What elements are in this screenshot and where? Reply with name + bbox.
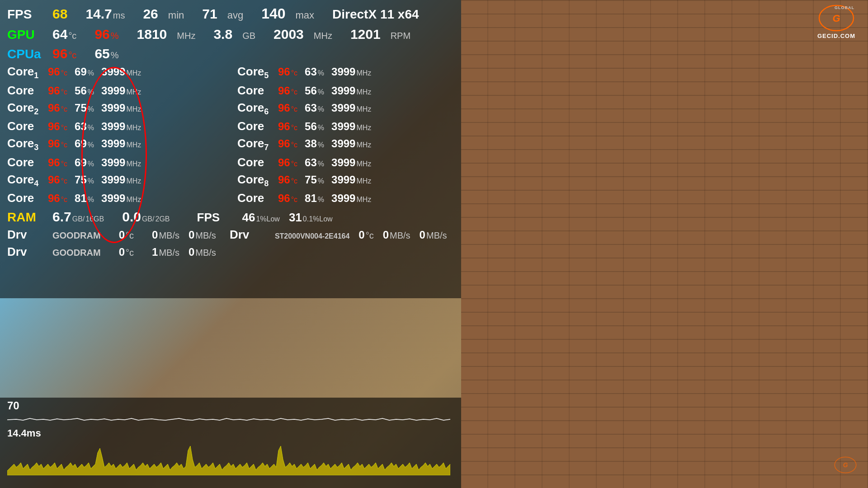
fps-min-unit: min bbox=[168, 9, 184, 22]
core-left-load-6: 75 bbox=[75, 173, 87, 187]
core-left-load-unit-5: % bbox=[88, 160, 94, 169]
core-right-mhz-2: 3999 bbox=[331, 101, 355, 115]
core-left-temp-unit-3: °c bbox=[61, 123, 67, 133]
core-left-load-4: 69 bbox=[75, 136, 87, 150]
cores-right: Core5 96 °c 63 % 3999 MHz Core 96 °c 56 … bbox=[237, 63, 454, 207]
core-right-name-5: Core bbox=[237, 155, 274, 170]
core-right-temp-7: 96 bbox=[278, 191, 290, 205]
core-right-name-7: Core bbox=[237, 191, 274, 206]
core-left-mhz-unit-0: MHz bbox=[126, 69, 141, 78]
fps-avg-value: 71 bbox=[202, 5, 217, 23]
core-right-load-5: 63 bbox=[305, 155, 317, 169]
ram-used2: 0.0 bbox=[122, 208, 141, 225]
core-right-load-unit-6: % bbox=[318, 177, 324, 186]
drive1-temp: 0 bbox=[119, 228, 125, 242]
drive2-temp: 0 bbox=[119, 245, 125, 259]
core-left-temp-unit-6: °c bbox=[61, 177, 67, 186]
core-right-mhz-1: 3999 bbox=[331, 84, 355, 98]
stats-overlay: FPS 68 14.7 ms 26 min 71 avg 140 max Dir… bbox=[0, 0, 461, 298]
core-left-load-7: 81 bbox=[75, 191, 87, 205]
gpu-mem-clock: 2003 bbox=[274, 25, 304, 43]
drive-right-label: Drv bbox=[230, 227, 266, 243]
core-right-name-4: Core7 bbox=[237, 136, 274, 153]
core-right-load-unit-1: % bbox=[318, 88, 324, 97]
core-left-1: Core 96 °c 56 % 3999 MHz bbox=[7, 82, 224, 99]
core-left-name-4: Core3 bbox=[7, 136, 43, 153]
drive1-row: Drv GOODRAM 0 °c 0 MB/s 0 MB/s Drv ST200… bbox=[7, 226, 454, 244]
core-left-mhz-unit-4: MHz bbox=[126, 141, 141, 150]
core-right-temp-unit-6: °c bbox=[291, 177, 297, 186]
core-left-name-5: Core bbox=[7, 155, 43, 170]
gpu-temp-unit: °c bbox=[68, 30, 76, 42]
core-left-mhz-7: 3999 bbox=[101, 191, 125, 205]
cores-left: Core1 96 °c 69 % 3999 MHz Core 96 °c 56 … bbox=[7, 63, 224, 207]
drive1-temp-unit: °c bbox=[126, 230, 134, 241]
gecid-logo-bottomright: G bbox=[827, 456, 863, 483]
core-right-0: Core5 96 °c 63 % 3999 MHz bbox=[237, 63, 454, 82]
core-left-load-unit-3: % bbox=[88, 123, 94, 133]
fps-line-label: 70 bbox=[7, 399, 19, 412]
core-left-mhz-unit-5: MHz bbox=[126, 160, 141, 169]
core-right-mhz-unit-0: MHz bbox=[356, 69, 371, 78]
core-left-temp-7: 96 bbox=[48, 191, 60, 205]
svg-text:G: G bbox=[843, 462, 848, 469]
drive1-mb1-unit: MB/s bbox=[159, 230, 179, 241]
core-left-2: Core2 96 °c 75 % 3999 MHz bbox=[7, 99, 224, 118]
core-right-1: Core 96 °c 56 % 3999 MHz bbox=[237, 82, 454, 99]
core-left-4: Core3 96 °c 69 % 3999 MHz bbox=[7, 135, 224, 154]
ram-used: 6.7 bbox=[52, 208, 71, 225]
ram-row: RAM 6.7 GB/16GB 0.0 GB/2GB FPS 46 1%Low … bbox=[7, 207, 454, 226]
core-left-load-unit-7: % bbox=[88, 195, 94, 205]
core-left-load-unit-2: % bbox=[88, 105, 94, 114]
core-right-temp-0: 96 bbox=[278, 65, 290, 79]
core-right-temp-unit-1: °c bbox=[291, 88, 297, 97]
brick-wall bbox=[461, 0, 868, 488]
core-right-3: Core 96 °c 56 % 3999 MHz bbox=[237, 118, 454, 135]
gecid-logo-topright: G GLOBAL GECID.COM bbox=[809, 5, 863, 41]
core-right-temp-1: 96 bbox=[278, 84, 290, 98]
core-right-temp-unit-5: °c bbox=[291, 160, 297, 169]
core-right-load-6: 75 bbox=[305, 173, 317, 187]
core-left-temp-4: 96 bbox=[48, 136, 60, 150]
core-left-0: Core1 96 °c 69 % 3999 MHz bbox=[7, 63, 224, 82]
core-right-temp-unit-4: °c bbox=[291, 141, 297, 150]
fps-1pct: 46 bbox=[242, 210, 255, 225]
core-right-mhz-unit-7: MHz bbox=[356, 195, 371, 205]
core-right-mhz-unit-3: MHz bbox=[356, 123, 371, 133]
fps-label: FPS bbox=[7, 6, 43, 23]
core-right-mhz-7: 3999 bbox=[331, 191, 355, 205]
core-right-load-0: 63 bbox=[305, 65, 317, 79]
core-right-6: Core8 96 °c 75 % 3999 MHz bbox=[237, 171, 454, 190]
drive1-mb2-unit: MB/s bbox=[195, 230, 216, 241]
drive-right-name: ST2000VN004-2E4164 bbox=[275, 232, 349, 241]
drive2-mb2: 0 bbox=[189, 245, 194, 259]
drive1-label: Drv bbox=[7, 227, 43, 243]
core-right-temp-5: 96 bbox=[278, 155, 290, 169]
directx-value: DirectX 11 x64 bbox=[332, 6, 419, 23]
core-left-name-0: Core1 bbox=[7, 64, 43, 81]
fps-min-value: 26 bbox=[143, 5, 158, 23]
core-left-load-0: 69 bbox=[75, 65, 87, 79]
core-left-mhz-0: 3999 bbox=[101, 65, 125, 79]
cpua-load: 65 bbox=[94, 45, 109, 62]
core-left-temp-2: 96 bbox=[48, 101, 60, 115]
core-left-temp-unit-5: °c bbox=[61, 160, 67, 169]
fps-bottom-label: FPS bbox=[197, 210, 233, 225]
frametime-chart bbox=[7, 439, 450, 475]
core-right-temp-unit-7: °c bbox=[291, 195, 297, 205]
fps-ms-unit: ms bbox=[113, 9, 125, 21]
fps-chart-line bbox=[7, 413, 450, 427]
core-right-temp-6: 96 bbox=[278, 173, 290, 187]
drive2-mb1: 1 bbox=[152, 245, 158, 259]
fps-ms-value: 14.7 bbox=[85, 5, 112, 23]
core-right-load-unit-5: % bbox=[318, 160, 324, 169]
charts-area: 70 14.4ms bbox=[0, 398, 461, 488]
core-right-mhz-unit-2: MHz bbox=[356, 105, 371, 114]
gecid-text: GECID.COM bbox=[817, 33, 855, 39]
core-right-load-2: 63 bbox=[305, 101, 317, 115]
frametime-waveform bbox=[7, 439, 450, 475]
cpua-temp: 96 bbox=[52, 45, 67, 62]
gpu-load-unit: % bbox=[111, 30, 119, 42]
core-left-temp-unit-1: °c bbox=[61, 88, 67, 97]
drive1-name: GOODRAM bbox=[52, 230, 101, 241]
